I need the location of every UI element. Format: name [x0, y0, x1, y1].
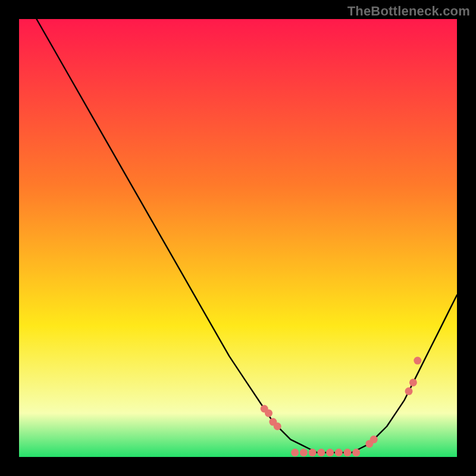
- marker-dot: [274, 422, 281, 430]
- marker-dot: [405, 387, 413, 395]
- marker-dot: [344, 449, 352, 456]
- watermark-text: TheBottleneck.com: [347, 4, 470, 19]
- chart-svg: [19, 19, 457, 457]
- marker-dot: [326, 449, 334, 456]
- chart-frame: TheBottleneck.com: [0, 0, 476, 476]
- marker-dot: [370, 436, 378, 443]
- plot-area: [19, 19, 457, 457]
- marker-dot: [300, 449, 308, 456]
- marker-dot: [414, 357, 421, 365]
- marker-dot: [265, 409, 273, 417]
- marker-dot: [335, 449, 343, 456]
- marker-dot: [409, 378, 417, 386]
- gradient-background: [19, 19, 457, 457]
- marker-dot: [309, 449, 317, 456]
- marker-dot: [352, 449, 360, 456]
- marker-dot: [291, 449, 299, 456]
- marker-dot: [317, 449, 325, 456]
